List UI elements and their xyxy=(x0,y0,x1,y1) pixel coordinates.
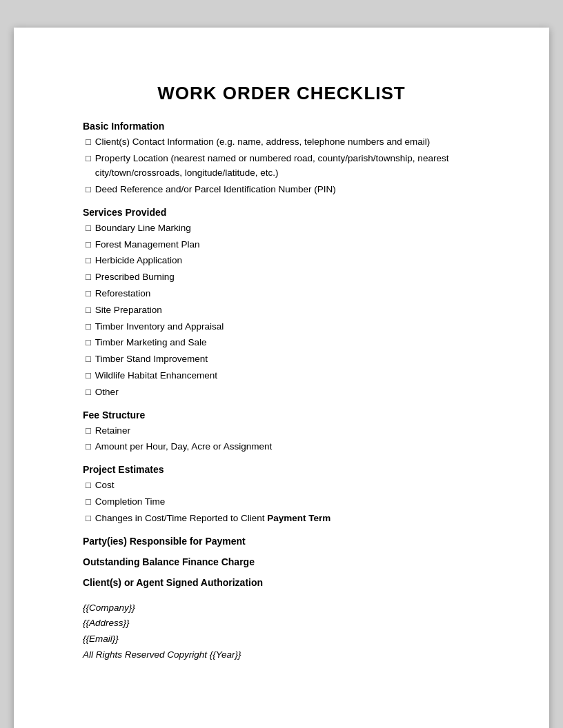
checkbox-icon: □ xyxy=(86,303,91,318)
item-label: Timber Marketing and Sale xyxy=(95,335,480,350)
item-label: Timber Stand Improvement xyxy=(95,352,480,367)
checkbox-icon: □ xyxy=(86,238,91,252)
list-item: □ Forest Management Plan xyxy=(83,237,480,252)
checkbox-icon: □ xyxy=(86,221,91,236)
list-item: □ Property Location (nearest named or nu… xyxy=(83,151,480,181)
checkbox-icon: □ xyxy=(86,135,91,150)
checkbox-icon: □ xyxy=(86,152,91,166)
list-item: □ Other xyxy=(83,385,480,400)
list-item: □ Changes in Cost/Time Reported to Clien… xyxy=(83,511,480,526)
heading-party-responsible: Party(ies) Responsible for Payment xyxy=(83,536,480,547)
item-label: Prescribed Burning xyxy=(95,270,480,285)
footer: {{Company}} {{Address}} {{Email}} All Ri… xyxy=(83,600,480,664)
section-heading-fee-structure: Fee Structure xyxy=(83,410,480,421)
list-item: □ Wildlife Habitat Enhancement xyxy=(83,368,480,383)
list-item: □ Prescribed Burning xyxy=(83,270,480,285)
page-title: WORK ORDER CHECKLIST xyxy=(83,83,480,104)
list-item: □ Cost xyxy=(83,478,480,493)
item-label: Timber Inventory and Appraisal xyxy=(95,319,480,334)
checkbox-icon: □ xyxy=(86,369,91,383)
checkbox-icon: □ xyxy=(86,287,91,301)
list-item: □ Completion Time xyxy=(83,494,480,509)
list-item: □ Amount per Hour, Day, Acre or Assignme… xyxy=(83,439,480,454)
item-label: Deed Reference and/or Parcel Identificat… xyxy=(95,182,480,197)
checkbox-icon: □ xyxy=(86,424,91,438)
heading-outstanding-balance: Outstanding Balance Finance Charge xyxy=(83,556,480,567)
list-item: □ Timber Inventory and Appraisal xyxy=(83,319,480,334)
checkbox-icon: □ xyxy=(86,183,91,197)
checkbox-icon: □ xyxy=(86,270,91,285)
checkbox-icon: □ xyxy=(86,478,91,493)
checkbox-icon: □ xyxy=(86,440,91,454)
item-label: Boundary Line Marking xyxy=(95,221,480,236)
document-page: WORK ORDER CHECKLIST Basic Information □… xyxy=(14,28,549,728)
item-label: Property Location (nearest named or numb… xyxy=(95,151,480,181)
checkbox-icon: □ xyxy=(86,385,91,400)
checkbox-icon: □ xyxy=(86,320,91,334)
item-label: Amount per Hour, Day, Acre or Assignment xyxy=(95,439,480,454)
item-label: Client(s) Contact Information (e.g. name… xyxy=(95,134,480,150)
section-heading-basic-information: Basic Information xyxy=(83,121,480,132)
list-item: □ Reforestation xyxy=(83,286,480,301)
item-label: Forest Management Plan xyxy=(95,237,480,252)
item-label: Site Preparation xyxy=(95,303,480,318)
heading-client-agent-signed: Client(s) or Agent Signed Authorization xyxy=(83,577,480,588)
list-item: □ Retainer xyxy=(83,423,480,438)
footer-email: {{Email}} xyxy=(83,631,480,647)
item-label: Completion Time xyxy=(95,494,480,509)
checkbox-icon: □ xyxy=(86,336,91,350)
checkbox-icon: □ xyxy=(86,512,91,526)
item-label: Other xyxy=(95,385,480,400)
footer-copyright: All Rights Reserved Copyright {{Year}} xyxy=(83,647,480,663)
item-label: Retainer xyxy=(95,423,480,438)
list-item: □ Site Preparation xyxy=(83,303,480,318)
item-label: Cost xyxy=(95,478,480,493)
list-item: □ Client(s) Contact Information (e.g. na… xyxy=(83,134,480,150)
checkbox-icon: □ xyxy=(86,352,91,367)
footer-company: {{Company}} xyxy=(83,600,480,616)
item-label: Changes in Cost/Time Reported to Client … xyxy=(95,511,480,526)
section-heading-project-estimates: Project Estimates xyxy=(83,464,480,475)
checkbox-icon: □ xyxy=(86,254,91,268)
footer-address: {{Address}} xyxy=(83,616,480,631)
item-label: Herbicide Application xyxy=(95,253,480,268)
item-label: Reforestation xyxy=(95,286,480,301)
list-item: □ Boundary Line Marking xyxy=(83,221,480,236)
item-label: Wildlife Habitat Enhancement xyxy=(95,368,480,383)
list-item: □ Timber Marketing and Sale xyxy=(83,335,480,350)
list-item: □ Herbicide Application xyxy=(83,253,480,268)
list-item: □ Timber Stand Improvement xyxy=(83,352,480,367)
list-item: □ Deed Reference and/or Parcel Identific… xyxy=(83,182,480,197)
checkbox-icon: □ xyxy=(86,495,91,509)
section-heading-services-provided: Services Provided xyxy=(83,207,480,218)
